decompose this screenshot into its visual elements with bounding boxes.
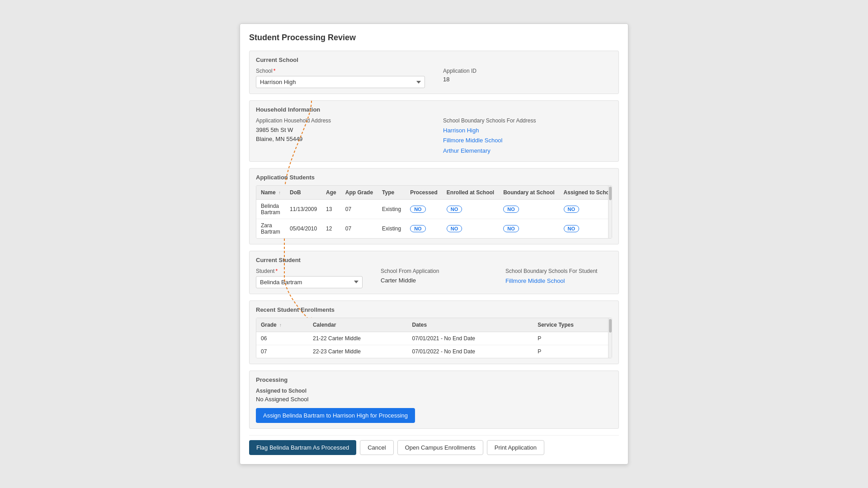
current-school-title: Current School xyxy=(256,56,612,63)
current-student-section: Current Student Student* Belinda Bartram… xyxy=(249,251,619,294)
app-id-value: 18 xyxy=(443,76,612,83)
app-id-col: Application ID 18 xyxy=(443,68,612,88)
enroll-col-service[interactable]: Service Types xyxy=(533,318,612,332)
col-boundary[interactable]: Boundary at School xyxy=(499,186,559,200)
badge-assigned_to_school: NO xyxy=(564,206,580,213)
student-badge-assigned_to_school: NO xyxy=(559,219,612,238)
student-badge-assigned_to_school: NO xyxy=(559,199,612,219)
app-id-label: Application ID xyxy=(443,68,612,74)
student-row-0: Belinda Bartram11/13/20091307ExistingNON… xyxy=(256,199,612,219)
current-student-title: Current Student xyxy=(256,257,612,263)
col-type[interactable]: Type xyxy=(377,186,406,200)
boundary-col: School Boundary Schools For Address Harr… xyxy=(443,117,612,155)
badge-enrolled_at_school: NO xyxy=(447,206,462,213)
assigned-school-label: Assigned to School xyxy=(256,388,612,394)
school-from-app-col: School From Application Carter Middle xyxy=(381,268,487,288)
student-cell-1-2: 12 xyxy=(321,219,341,238)
student-cell-1-3: 07 xyxy=(341,219,377,238)
address-col: Application Household Address 3985 5th S… xyxy=(256,117,425,155)
application-students-title: Application Students xyxy=(256,174,612,181)
students-table: Name ↑ DoB Age App Grade Type Processed … xyxy=(256,186,612,238)
enrollments-table-header-row: Grade ↑ Calendar Dates Service Types xyxy=(256,318,612,332)
col-name[interactable]: Name ↑ xyxy=(256,186,285,200)
student-select[interactable]: Belinda Bartram Zara Bartram xyxy=(256,276,363,288)
student-cell-0-2: 13 xyxy=(321,199,341,219)
school-label: School* xyxy=(256,68,425,74)
enrollment-cell-0-2: 07/01/2021 - No End Date xyxy=(407,332,533,345)
badge-processed: NO xyxy=(410,206,426,213)
student-processing-modal: Student Processing Review Current School… xyxy=(240,23,628,464)
school-from-app-label: School From Application xyxy=(381,268,487,274)
student-badge-boundary_at_school: NO xyxy=(499,199,559,219)
student-boundary-school[interactable]: Fillmore Middle School xyxy=(505,276,612,286)
student-badge-processed: NO xyxy=(406,219,442,238)
student-cell-1-1: 05/04/2010 xyxy=(285,219,321,238)
enrollments-table-container: Grade ↑ Calendar Dates Service Types 062… xyxy=(256,318,612,358)
processing-section: Processing Assigned to School No Assigne… xyxy=(249,371,619,429)
enrollment-row-1: 0722-23 Carter Middle07/01/2022 - No End… xyxy=(256,345,612,358)
student-cell-1-4: Existing xyxy=(377,219,406,238)
modal-title: Student Processing Review xyxy=(249,33,619,42)
enrollment-cell-1-1: 22-23 Carter Middle xyxy=(308,345,408,358)
student-badge-enrolled_at_school: NO xyxy=(442,219,499,238)
enrollment-cell-1-3: P xyxy=(533,345,612,358)
student-select-col: Student* Belinda Bartram Zara Bartram xyxy=(256,268,363,288)
open-campus-button[interactable]: Open Campus Enrollments xyxy=(397,440,483,455)
address-label: Application Household Address xyxy=(256,117,425,124)
student-cell-0-4: Existing xyxy=(377,199,406,219)
enrollment-cell-1-2: 07/01/2022 - No End Date xyxy=(407,345,533,358)
student-badge-processed: NO xyxy=(406,199,442,219)
student-cell-0-0: Belinda Bartram xyxy=(256,199,285,219)
cancel-button[interactable]: Cancel xyxy=(360,440,393,455)
assigned-school-value: No Assigned School xyxy=(256,396,612,403)
col-app-grade[interactable]: App Grade xyxy=(341,186,377,200)
student-cell-1-0: Zara Bartram xyxy=(256,219,285,238)
student-badge-boundary_at_school: NO xyxy=(499,219,559,238)
col-enrolled[interactable]: Enrolled at School xyxy=(442,186,499,200)
col-processed[interactable]: Processed xyxy=(406,186,442,200)
enroll-col-grade[interactable]: Grade ↑ xyxy=(256,318,308,332)
student-badge-enrolled_at_school: NO xyxy=(442,199,499,219)
boundary-schools-label: School Boundary Schools For Address xyxy=(443,117,612,124)
print-application-button[interactable]: Print Application xyxy=(487,440,544,455)
enroll-col-calendar[interactable]: Calendar xyxy=(308,318,408,332)
enrollments-table-scrollbar[interactable] xyxy=(608,318,612,358)
recent-enrollments-title: Recent Student Enrollments xyxy=(256,306,612,313)
school-from-app-value: Carter Middle xyxy=(381,276,487,285)
badge-assigned_to_school: NO xyxy=(564,225,580,232)
col-assigned[interactable]: Assigned to School xyxy=(559,186,612,200)
enrollment-row-0: 0621-22 Carter Middle07/01/2021 - No End… xyxy=(256,332,612,345)
col-age[interactable]: Age xyxy=(321,186,341,200)
address-line2: Blaine, MN 55449 xyxy=(256,135,425,144)
enrollment-cell-1-0: 07 xyxy=(256,345,308,358)
students-table-scrollbar[interactable] xyxy=(608,186,612,238)
badge-enrolled_at_school: NO xyxy=(447,225,462,232)
badge-boundary_at_school: NO xyxy=(503,225,519,232)
boundary-school-0[interactable]: Harrison High xyxy=(443,126,612,136)
enroll-col-dates[interactable]: Dates xyxy=(407,318,533,332)
assign-button[interactable]: Assign Belinda Bartram to Harrison High … xyxy=(256,408,415,423)
col-dob[interactable]: DoB xyxy=(285,186,321,200)
student-boundary-label: School Boundary Schools For Student xyxy=(505,268,612,274)
student-cell-0-3: 07 xyxy=(341,199,377,219)
enrollment-cell-0-0: 06 xyxy=(256,332,308,345)
recent-enrollments-section: Recent Student Enrollments Grade ↑ Calen… xyxy=(249,300,619,364)
student-boundary-col: School Boundary Schools For Student Fill… xyxy=(505,268,612,288)
enrollment-cell-0-1: 21-22 Carter Middle xyxy=(308,332,408,345)
household-section: Household Information Application Househ… xyxy=(249,100,619,161)
badge-boundary_at_school: NO xyxy=(503,206,519,213)
application-students-section: Application Students Name ↑ DoB Age App … xyxy=(249,168,619,244)
school-field-col: School* Harrison High Fillmore Middle Sc… xyxy=(256,68,425,88)
flag-processed-button[interactable]: Flag Belinda Bartram As Processed xyxy=(249,440,356,455)
boundary-school-2[interactable]: Arthur Elementary xyxy=(443,146,612,156)
boundary-school-1[interactable]: Fillmore Middle School xyxy=(443,136,612,145)
enrollment-cell-0-3: P xyxy=(533,332,612,345)
student-cell-0-1: 11/13/2009 xyxy=(285,199,321,219)
current-school-section: Current School School* Harrison High Fil… xyxy=(249,51,619,94)
student-label: Student* xyxy=(256,268,363,274)
badge-processed: NO xyxy=(410,225,426,232)
school-select[interactable]: Harrison High Fillmore Middle School Art… xyxy=(256,76,425,88)
student-row-1: Zara Bartram05/04/20101207ExistingNONONO… xyxy=(256,219,612,238)
address-line1: 3985 5th St W xyxy=(256,126,425,135)
students-table-header-row: Name ↑ DoB Age App Grade Type Processed … xyxy=(256,186,612,200)
